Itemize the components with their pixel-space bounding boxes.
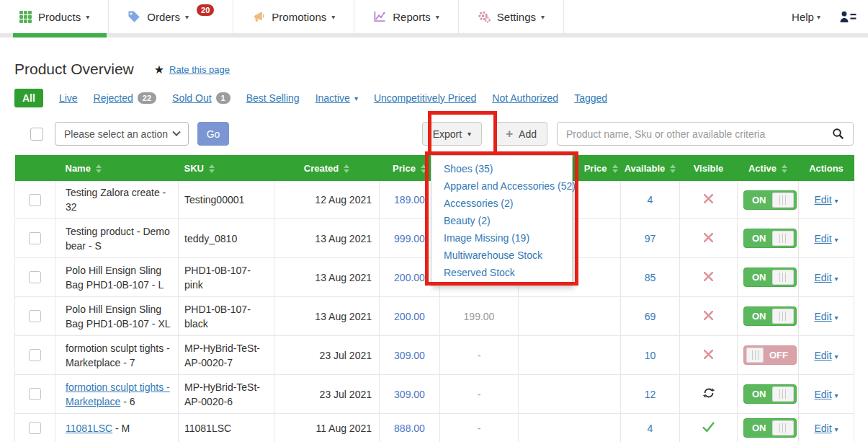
row-checkbox[interactable]: [29, 349, 41, 361]
edit-link[interactable]: Edit: [814, 194, 831, 205]
available-count-link[interactable]: 85: [645, 272, 656, 283]
row-checkbox[interactable]: [29, 422, 41, 434]
edit-link[interactable]: Edit: [814, 311, 831, 322]
available-count-link[interactable]: 10: [645, 350, 656, 361]
tab-link[interactable]: Not Authorized: [492, 92, 558, 104]
column-header-name[interactable]: Name: [55, 155, 179, 181]
row-checkbox[interactable]: [29, 310, 41, 322]
export-menu-item-shoes-35[interactable]: Shoes (35): [431, 160, 572, 177]
tab-link[interactable]: Sold Out: [172, 92, 211, 104]
available-count-link[interactable]: 4: [648, 194, 653, 205]
edit-link[interactable]: Edit: [814, 389, 831, 400]
search-icon[interactable]: [832, 128, 844, 140]
edit-link[interactable]: Edit: [814, 423, 831, 434]
active-toggle[interactable]: ON: [743, 384, 797, 404]
tab-link[interactable]: Best Selling: [246, 92, 300, 104]
available-count-link[interactable]: 12: [645, 389, 656, 400]
column-header-active[interactable]: Active: [738, 155, 799, 181]
price-b-cell: -: [440, 336, 519, 375]
active-cell: ON: [738, 181, 799, 219]
chevron-down-icon: ▾: [354, 94, 358, 102]
actions-cell: Edit▾: [799, 219, 854, 258]
nav-item-products[interactable]: Products▾: [0, 0, 108, 33]
available-count-link[interactable]: 4: [648, 423, 653, 434]
available-cell: 97: [621, 219, 680, 258]
active-toggle[interactable]: ON: [743, 229, 797, 248]
row-checkbox[interactable]: [29, 232, 41, 244]
sort-arrows-icon[interactable]: [612, 164, 618, 173]
tab-inactive[interactable]: Inactive▾: [316, 92, 358, 104]
sort-arrows-icon[interactable]: [209, 164, 215, 173]
chevron-down-icon: ▾: [436, 13, 439, 21]
add-button[interactable]: + Add: [495, 122, 547, 146]
tab-link[interactable]: Live: [59, 92, 78, 104]
chart-icon: [373, 10, 386, 23]
user-account-icon[interactable]: [839, 10, 856, 23]
tab-link[interactable]: Uncompetitively Priced: [374, 92, 476, 104]
active-toggle[interactable]: ON: [743, 306, 797, 326]
cross-icon: [703, 311, 714, 323]
tab-link[interactable]: Rejected: [94, 92, 133, 104]
row-checkbox[interactable]: [29, 271, 41, 283]
sort-arrows-icon[interactable]: [670, 164, 676, 173]
nav-item-help[interactable]: Help ▾: [792, 11, 820, 23]
name-cell: Polo Hill Ensign Sling Bag PHD1-0B-107 -…: [55, 297, 179, 336]
export-button[interactable]: Export ▾: [422, 122, 483, 146]
row-checkbox[interactable]: [29, 388, 41, 400]
export-menu-item-beauty-2[interactable]: Beauty (2): [431, 212, 572, 229]
export-menu-item-reserved-stock[interactable]: Reserved Stock: [431, 264, 572, 281]
nav-item-orders[interactable]: Orders▾20: [109, 0, 233, 33]
action-select[interactable]: Please select an action: [55, 122, 189, 146]
available-count-link[interactable]: 69: [645, 311, 656, 322]
tab-not-authorized[interactable]: Not Authorized: [492, 92, 558, 104]
select-all-checkbox[interactable]: [30, 128, 43, 141]
plus-icon: +: [506, 128, 513, 140]
edit-link[interactable]: Edit: [814, 272, 831, 283]
tab-all[interactable]: All: [14, 89, 43, 107]
active-toggle[interactable]: ON: [743, 190, 797, 210]
nav-item-settings[interactable]: Settings▾: [459, 0, 563, 33]
tab-count-badge: 1: [216, 92, 231, 104]
nav-item-promotions[interactable]: Promotions▾: [233, 0, 354, 33]
tab-rejected[interactable]: Rejected22: [94, 92, 157, 104]
tab-link[interactable]: Inactive: [316, 92, 350, 104]
column-header-sku[interactable]: SKU: [179, 155, 274, 181]
tab-sold-out[interactable]: Sold Out1: [172, 92, 231, 104]
export-menu-item-image-missing-19[interactable]: Image Missing (19): [431, 229, 572, 247]
checkbox-cell: [15, 181, 55, 219]
tab-best-selling[interactable]: Best Selling: [246, 92, 300, 104]
table-row: formotion sculpt tights - Marketplace - …: [15, 375, 854, 414]
visible-cell: [680, 297, 738, 336]
tab-live[interactable]: Live: [59, 92, 78, 104]
active-toggle[interactable]: ON: [743, 418, 797, 438]
active-toggle[interactable]: ON: [743, 268, 797, 287]
toggle-label: OFF: [764, 350, 794, 361]
column-header-available[interactable]: Available: [621, 155, 680, 181]
rate-this-page-link[interactable]: Rate this page: [169, 64, 230, 75]
sort-arrows-icon[interactable]: [344, 164, 349, 173]
price-c-cell: [519, 336, 621, 375]
active-toggle[interactable]: OFF: [743, 345, 797, 365]
export-menu-item-multiwarehouse-stock[interactable]: Multiwarehouse Stock: [431, 247, 572, 264]
tab-link[interactable]: Tagged: [574, 92, 607, 104]
nav-bottom-bar: [0, 33, 868, 37]
available-cell: 69: [621, 297, 680, 336]
edit-link[interactable]: Edit: [814, 350, 831, 361]
nav-item-reports[interactable]: Reports▾: [354, 0, 458, 33]
sort-arrows-icon[interactable]: [96, 164, 102, 173]
export-menu-item-accessories-2[interactable]: Accessories (2): [431, 195, 572, 212]
sort-arrows-icon[interactable]: [782, 164, 787, 173]
row-checkbox[interactable]: [29, 194, 41, 206]
product-name-link[interactable]: formotion sculpt tights - Marketplace: [66, 381, 170, 407]
tab-uncompetitively-priced[interactable]: Uncompetitively Priced: [374, 92, 476, 104]
search-placeholder: Product name, Sku or other available cri…: [566, 128, 826, 140]
product-name-link[interactable]: 11081LSC: [66, 423, 112, 434]
tab-tagged[interactable]: Tagged: [574, 92, 607, 104]
sort-arrows-icon[interactable]: [421, 164, 426, 173]
go-button[interactable]: Go: [197, 122, 229, 146]
available-count-link[interactable]: 97: [645, 233, 656, 244]
column-header-created[interactable]: Created: [274, 155, 380, 181]
edit-link[interactable]: Edit: [814, 233, 831, 244]
search-box[interactable]: Product name, Sku or other available cri…: [557, 122, 854, 146]
export-menu-item-apparel-and-accessories-52[interactable]: Apparel and Accessories (52): [431, 177, 572, 195]
